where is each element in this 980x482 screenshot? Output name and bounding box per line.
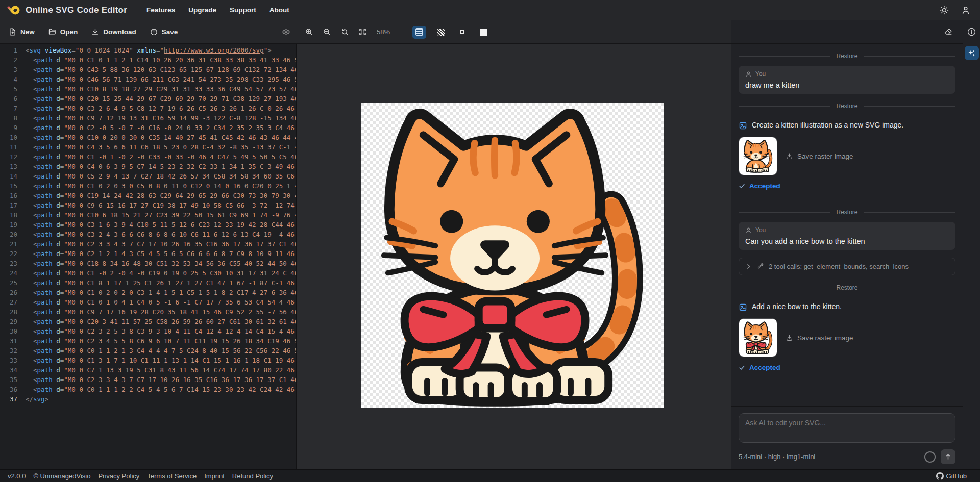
clear-chat-eraser-icon[interactable]: [941, 26, 954, 39]
tools-icon: [757, 263, 764, 270]
user-message-text: Can you add a nice bow to the kitten: [745, 237, 949, 245]
code-editor[interactable]: 1234567891011121314151617181920212223242…: [0, 44, 297, 469]
accepted-label: Accepted: [749, 182, 780, 190]
save-raster-button[interactable]: Save raster image: [786, 153, 853, 160]
save-button[interactable]: Save: [150, 28, 178, 36]
assistant-message-text: Add a nice bow to the kitten.: [752, 302, 842, 311]
bg-white-toggle[interactable]: [477, 26, 491, 39]
user-icon: [745, 71, 752, 78]
assistant-message: Add a nice bow to the kitten.: [739, 302, 955, 312]
assistant-message-text: Create a kitten illustration as a new SV…: [752, 121, 903, 129]
send-button[interactable]: [941, 449, 955, 464]
kitten-bow-thumbnail[interactable]: [739, 318, 777, 357]
restore-divider: Restore: [739, 53, 955, 60]
info-icon[interactable]: [967, 27, 976, 37]
user-icon: [745, 227, 752, 234]
outline-square-icon: [460, 30, 464, 34]
restore-button[interactable]: Restore: [836, 53, 857, 60]
ai-assistant-tab[interactable]: [965, 46, 979, 60]
zoom-out-button[interactable]: [320, 26, 333, 39]
ai-prompt-input[interactable]: [739, 413, 955, 443]
svg-artboard: [361, 103, 664, 408]
save-raster-label: Save raster image: [797, 153, 853, 160]
you-label: You: [755, 226, 766, 234]
tool-calls-expander[interactable]: 2 tool calls: get_element_bounds, search…: [739, 258, 955, 275]
check-icon: [739, 183, 745, 189]
app-title: Online SVG Code Editor: [26, 5, 127, 15]
save-raster-label: Save raster image: [797, 334, 853, 342]
indent-guide: [30, 55, 30, 394]
main-toolbar: New Open Download Save: [0, 20, 731, 44]
assistant-message: Create a kitten illustration as a new SV…: [739, 121, 955, 130]
restore-divider: Restore: [739, 103, 955, 110]
terms-of-service-link[interactable]: Terms of Service: [147, 472, 197, 480]
github-link[interactable]: GitHub: [936, 472, 967, 480]
accepted-status: Accepted: [739, 182, 955, 190]
download-button[interactable]: Download: [91, 28, 136, 36]
canvas-viewport[interactable]: [297, 44, 731, 469]
imprint-link[interactable]: Imprint: [204, 472, 225, 480]
editor-gutter: 1234567891011121314151617181920212223242…: [0, 45, 26, 404]
restore-divider: Restore: [739, 284, 955, 291]
copyright-label: © UnmanagedVisio: [33, 472, 90, 480]
restore-divider: Restore: [739, 209, 955, 216]
image-icon: [739, 121, 747, 130]
user-message-text: draw me a kitten: [745, 81, 949, 89]
chat-input-area: 5.4-mini · high · img1-mini: [731, 406, 963, 469]
chat-toolbar: [731, 20, 963, 44]
zoom-in-button[interactable]: [302, 26, 315, 39]
kitten-thumbnail[interactable]: [739, 137, 777, 175]
status-bar: v2.0.0 © UnmanagedVisio Privacy Policy T…: [0, 469, 980, 482]
bg-checkered-toggle[interactable]: [412, 26, 426, 39]
fit-to-screen-button[interactable]: [356, 26, 369, 39]
user-message: You Can you add a nice bow to the kitten: [739, 222, 955, 250]
chat-messages[interactable]: Restore You draw me a kitten Restore Cr: [731, 44, 963, 406]
image-result: Save raster image: [739, 318, 955, 357]
restore-button[interactable]: Restore: [836, 103, 857, 110]
github-icon: [936, 472, 944, 480]
nav-features[interactable]: Features: [146, 6, 175, 14]
restore-button[interactable]: Restore: [836, 284, 857, 291]
model-selector[interactable]: 5.4-mini · high · img1-mini: [739, 453, 815, 461]
diagonal-bg-icon: [437, 29, 445, 36]
preview-eye-icon[interactable]: [279, 26, 292, 39]
refund-policy-link[interactable]: Refund Policy: [232, 472, 273, 480]
save-image-icon: [786, 334, 793, 342]
user-account-icon[interactable]: [961, 5, 971, 15]
open-label: Open: [60, 28, 78, 36]
restore-button[interactable]: Restore: [836, 209, 857, 216]
status-ring-icon[interactable]: [924, 451, 936, 463]
image-icon: [739, 303, 747, 312]
save-image-icon: [786, 153, 793, 160]
open-folder-icon: [48, 28, 57, 36]
save-raster-button[interactable]: Save raster image: [786, 334, 853, 342]
check-icon: [739, 364, 745, 371]
bg-dark-toggle[interactable]: [455, 26, 469, 39]
sparkles-icon: [967, 49, 976, 58]
github-label: GitHub: [946, 472, 967, 480]
kitten-artwork: [361, 103, 664, 408]
nav-support[interactable]: Support: [230, 6, 256, 14]
app-header: Online SVG Code Editor Features Upgrade …: [0, 0, 980, 20]
ai-chat-panel: Restore You draw me a kitten Restore Cr: [731, 20, 963, 469]
download-label: Download: [103, 28, 136, 36]
theme-toggle-sun-icon[interactable]: [939, 5, 949, 15]
toolbar-divider: [402, 27, 402, 38]
zoom-level[interactable]: 58%: [377, 28, 390, 36]
privacy-policy-link[interactable]: Privacy Policy: [98, 472, 139, 480]
accepted-label: Accepted: [749, 364, 780, 371]
zoom-reset-button[interactable]: [338, 26, 351, 39]
bg-diagonal-toggle[interactable]: [434, 26, 448, 39]
version-label: v2.0.0: [8, 472, 26, 480]
accepted-status: Accepted: [739, 364, 955, 371]
nav-upgrade[interactable]: Upgrade: [188, 6, 216, 14]
editor-code[interactable]: <svg viewBox="0 0 1024 1024" xmlns="http…: [26, 45, 297, 404]
user-message: You draw me a kitten: [739, 66, 955, 94]
open-button[interactable]: Open: [48, 28, 78, 36]
arrow-up-icon: [944, 453, 952, 461]
app-logo-icon: [7, 4, 20, 17]
nav-about[interactable]: About: [270, 6, 289, 14]
right-rail: [963, 20, 980, 469]
new-button[interactable]: New: [8, 28, 35, 36]
solid-square-icon: [480, 29, 487, 36]
